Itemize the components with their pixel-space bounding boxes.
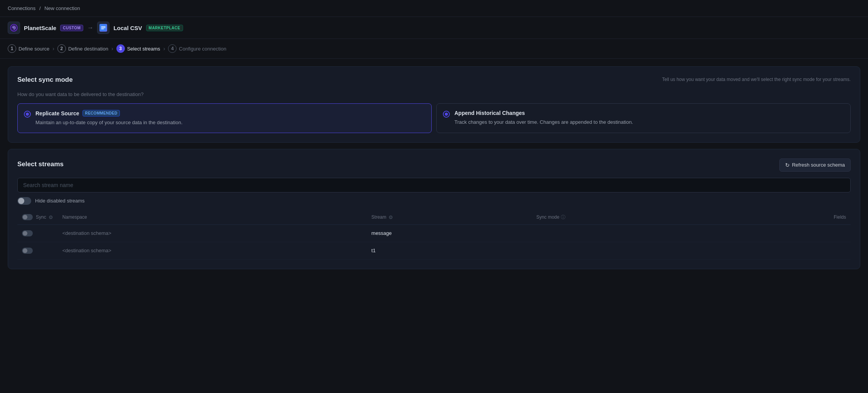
sync-mode-header-label: Sync mode [536, 214, 559, 220]
row2-namespace: <destination schema> [62, 248, 111, 253]
radio-replicate-dot [26, 113, 29, 116]
step-4-label: Configure connection [179, 46, 226, 52]
row1-sync-cell [17, 224, 58, 242]
row2-sync-thumb [23, 248, 27, 253]
row2-sync-cell [17, 242, 58, 259]
sync-option-replicate-title: Replicate Source RECOMMENDED [35, 110, 183, 116]
row1-stream-cell: message [367, 224, 532, 242]
step-sep-1: › [52, 46, 54, 52]
step-configure-connection[interactable]: 4 Configure connection [168, 44, 226, 53]
sync-mode-card: Select sync mode Tell us how you want yo… [8, 66, 860, 143]
all-sync-toggle[interactable] [22, 214, 33, 220]
hide-disabled-row: Hide disabled streams [17, 197, 851, 205]
refresh-button-label: Refresh source schema [792, 162, 845, 168]
table-row: <destination schema> message [17, 224, 851, 242]
step-sep-3: › [163, 46, 165, 52]
sync-mode-title: Select sync mode [17, 76, 73, 84]
row2-fields-cell [736, 242, 851, 259]
svg-point-1 [13, 27, 15, 29]
step-define-source[interactable]: 1 Define source [8, 44, 49, 53]
search-container [17, 178, 851, 192]
dest-badge: MARKETPLACE [146, 25, 183, 31]
step-select-streams[interactable]: 3 Select streams [116, 44, 160, 53]
search-input[interactable] [17, 178, 851, 192]
stream-header-label: Stream [372, 214, 387, 220]
refresh-schema-button[interactable]: ↻ Refresh source schema [779, 159, 851, 172]
main-content: Select sync mode Tell us how you want yo… [0, 59, 868, 277]
streams-table: Sync ⚙ Namespace Stream ⚙ [17, 210, 851, 260]
th-sync: Sync ⚙ [17, 210, 58, 225]
table-row: <destination schema> t1 [17, 242, 851, 259]
step-4-num: 4 [168, 44, 177, 53]
streams-table-head: Sync ⚙ Namespace Stream ⚙ [17, 210, 851, 225]
arrow-icon: → [87, 24, 93, 31]
hide-disabled-toggle[interactable] [17, 197, 31, 205]
step-1-label: Define source [19, 46, 49, 52]
sync-gear-icon[interactable]: ⚙ [49, 214, 53, 220]
step-3-label: Select streams [127, 46, 160, 52]
steps-bar: 1 Define source › 2 Define destination ›… [0, 39, 868, 59]
row1-namespace: <destination schema> [62, 230, 111, 236]
row2-sync-toggle[interactable] [22, 248, 33, 254]
fields-header-label: Fields [834, 214, 846, 220]
breadcrumb-sep: / [39, 5, 41, 11]
sync-option-append[interactable]: Append Historical Changes Track changes … [436, 103, 851, 133]
row1-sync-toggle[interactable] [22, 230, 33, 236]
breadcrumb: Connections / New connection [0, 0, 868, 17]
step-sep-2: › [111, 46, 113, 52]
connection-header: PlanetScale CUSTOM → Local CSV MARKETPLA… [0, 17, 868, 39]
dest-name: Local CSV [113, 25, 142, 31]
row1-sync-thumb [23, 231, 27, 236]
row2-stream-name: t1 [372, 248, 376, 253]
sync-mode-info-icon[interactable]: ⓘ [561, 214, 565, 221]
radio-replicate [24, 111, 31, 118]
hide-disabled-thumb [18, 198, 24, 204]
current-page-label: New connection [44, 5, 80, 11]
step-define-destination[interactable]: 2 Define destination [57, 44, 108, 53]
source-badge: CUSTOM [60, 25, 83, 31]
row2-stream-cell: t1 [367, 242, 532, 259]
sync-options: Replicate Source RECOMMENDED Maintain an… [17, 103, 851, 133]
sync-option-replicate-desc: Maintain an up-to-date copy of your sour… [35, 119, 183, 127]
sync-option-replicate[interactable]: Replicate Source RECOMMENDED Maintain an… [17, 103, 432, 133]
connections-link[interactable]: Connections [8, 5, 35, 11]
step-2-num: 2 [57, 44, 66, 53]
csv-icon [99, 24, 107, 32]
row2-sync-mode-cell [532, 242, 736, 259]
radio-append [443, 111, 450, 118]
radio-append-dot [445, 113, 448, 116]
streams-title: Select streams [17, 160, 64, 168]
th-namespace: Namespace [58, 210, 367, 225]
th-fields: Fields [736, 210, 851, 225]
row1-stream-name: message [372, 230, 392, 236]
step-2-label: Define destination [68, 46, 108, 52]
sync-mode-hint: Tell us how you want your data moved and… [662, 76, 851, 83]
streams-table-body: <destination schema> message [17, 224, 851, 259]
sync-header-label: Sync [36, 214, 46, 220]
th-stream: Stream ⚙ [367, 210, 532, 225]
streams-card: Select streams ↻ Refresh source schema H… [8, 149, 860, 269]
row1-sync-mode-cell [532, 224, 736, 242]
row1-namespace-cell: <destination schema> [58, 224, 367, 242]
stream-gear-icon[interactable]: ⚙ [389, 214, 393, 220]
th-sync-mode: Sync mode ⓘ [532, 210, 736, 225]
all-sync-thumb [23, 215, 27, 219]
dest-logo [97, 22, 109, 34]
row2-namespace-cell: <destination schema> [58, 242, 367, 259]
refresh-icon: ↻ [785, 162, 790, 168]
source-name: PlanetScale [24, 25, 56, 31]
step-3-num: 3 [116, 44, 125, 53]
step-1-num: 1 [8, 44, 16, 53]
row1-fields-cell [736, 224, 851, 242]
sync-option-append-content: Append Historical Changes Track changes … [454, 110, 633, 127]
sync-option-append-title: Append Historical Changes [454, 110, 633, 116]
sync-option-replicate-content: Replicate Source RECOMMENDED Maintain an… [35, 110, 183, 127]
recommended-badge: RECOMMENDED [82, 110, 120, 116]
sync-mode-question: How do you want data to be delivered to … [17, 91, 851, 97]
sync-option-append-desc: Track changes to your data over time. Ch… [454, 118, 633, 126]
namespace-header-label: Namespace [62, 214, 87, 220]
hide-disabled-label: Hide disabled streams [35, 198, 85, 204]
streams-card-header: Select streams ↻ Refresh source schema [17, 159, 851, 172]
source-logo [8, 22, 20, 34]
